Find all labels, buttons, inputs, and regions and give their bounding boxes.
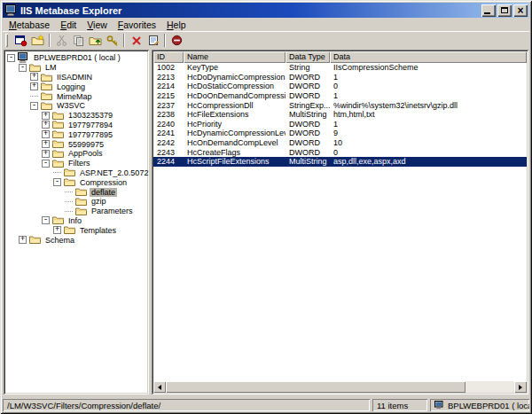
tree-expand-icon[interactable]: + [30,82,38,90]
toolbar-grip[interactable] [5,34,8,47]
tree-item-logging[interactable]: +Logging [7,82,147,91]
tree-collapse-icon[interactable]: - [42,216,50,224]
tree-item-1977977895[interactable]: +1977977895 [7,129,147,139]
tree-item-bplwebprd01-local[interactable]: -BPLWEBPRD01 ( local ) [7,53,147,63]
folder-icon [41,101,52,111]
properties-button[interactable] [145,33,161,48]
scroll-track[interactable] [166,381,514,393]
tree-line [65,201,73,202]
list-row-1002[interactable]: 1002KeyTypeStringIIsCompressionScheme [153,63,527,73]
tree-line [53,172,61,173]
tree-item-1977977894[interactable]: +1977977894 [7,121,147,130]
tree-line [65,191,73,192]
list-row-2244[interactable]: 2244HcScriptFileExtensionsMultiStringasp… [153,157,527,167]
tree-expand-icon[interactable]: + [42,112,50,120]
column-header-id[interactable]: ID [153,51,184,63]
column-header-name[interactable]: Name [184,51,286,63]
tree-collapse-icon[interactable]: - [42,160,50,168]
list-row-2243[interactable]: 2243HcCreateFlagsDWORD0 [153,147,527,157]
new-record-button[interactable] [12,33,29,48]
list-row-2213[interactable]: 2213HcDoDynamicCompressionDWORD1 [153,73,527,82]
tree-item-iisadmin[interactable]: +IISADMIN [7,73,147,82]
tree-expand-icon[interactable]: + [42,150,50,158]
folder-icon [41,91,52,101]
menu-help[interactable]: Help [161,20,192,31]
tree-item-label: LM [43,63,59,72]
list-row-2238[interactable]: 2238HcFileExtensionsMultiStringhtm,html,… [153,110,527,120]
tree-item-gzip[interactable]: gzip [7,197,147,207]
new-key-button[interactable] [29,33,46,48]
up-one-level-button[interactable] [87,33,104,48]
tree-item-templates[interactable]: +Templates [7,225,147,235]
stop-button[interactable] [168,33,185,48]
computer-icon [18,52,29,63]
tree-line [30,96,38,97]
menu-metabase[interactable]: Metabase [4,20,55,31]
tree-item-55999975[interactable]: +55999975 [7,139,147,149]
list-row-2241[interactable]: 2241HcDynamicCompressionLevelDWORD9 [153,129,527,138]
tree-collapse-icon[interactable]: - [7,54,15,62]
tree-item-label: W3SVC [55,101,87,110]
tree-item-deflate[interactable]: deflate [7,187,147,197]
close-button[interactable] [513,4,528,17]
delete-icon [131,35,142,46]
folder-icon [75,187,87,197]
tree-item-1303235379[interactable]: +1303235379 [7,111,147,121]
tree-expand-icon[interactable]: + [42,121,50,129]
cell-data-type: MultiString [286,157,330,166]
tree-collapse-icon[interactable]: - [30,102,38,110]
tree-item-lm[interactable]: -LM [7,63,147,73]
toolbar-buttons [12,33,185,48]
tree-item-asp-net-2-0-50727-0[interactable]: ASP.NET_2.0.50727.0 [7,168,147,178]
tree-expand-icon[interactable]: + [30,73,38,81]
scroll-thumb[interactable] [166,381,466,393]
tree-item-compression[interactable]: -Compression [7,177,147,187]
tree-item-w3svc[interactable]: -W3SVC [7,101,147,111]
cell-id: 1002 [153,63,184,72]
column-header-data[interactable]: Data [330,51,527,63]
cell-id: 2243 [153,148,184,157]
tree-item-label: Info [66,216,83,225]
tree-expand-icon[interactable]: + [53,226,61,234]
folder-icon [41,82,52,91]
list-row-2215[interactable]: 2215HcDoOnDemandCompressionDWORD1 [153,91,527,101]
tree-expand-icon[interactable]: + [19,236,27,244]
scroll-left-button[interactable] [153,381,166,393]
tree-item-apppools[interactable]: +AppPools [7,149,147,159]
cell-id: 2244 [153,157,184,166]
copy-button [70,33,87,48]
list-row-2240[interactable]: 2240HcPriorityDWORD1 [153,120,527,129]
cut-icon [56,35,67,46]
tree-expand-icon[interactable]: + [42,140,50,148]
list-row-2214[interactable]: 2214HcDoStaticCompressionDWORD0 [153,82,527,91]
tree-collapse-icon[interactable]: - [53,178,61,186]
folder-icon [64,225,75,235]
maximize-button[interactable] [497,4,512,17]
tree-item-parameters[interactable]: Parameters [7,207,147,216]
scroll-right-button[interactable] [514,381,527,393]
tree-item-label: MimeMap [55,92,94,101]
menu-favorites[interactable]: Favorites [113,20,161,31]
cell-name: HcDoStaticCompression [184,82,286,90]
tree-item-schema[interactable]: +Schema [7,235,147,245]
cell-name: HcFileExtensions [184,110,286,119]
add-data-button[interactable] [104,33,121,48]
minimize-button[interactable] [481,4,496,17]
horizontal-scrollbar[interactable] [153,381,527,393]
column-header-data-type[interactable]: Data Type [286,51,330,63]
tree-collapse-icon[interactable]: - [19,64,27,72]
tree-expand-icon[interactable]: + [42,130,50,138]
tree-item-info[interactable]: -Info [7,216,147,226]
tree-item-filters[interactable]: -Filters [7,159,147,168]
list-row-2242[interactable]: 2242HcOnDemandCompLevelDWORD10 [153,138,527,148]
list-row-2237[interactable]: 2237HcCompressionDllStringExp...%windir%… [153,100,527,110]
menu-view[interactable]: View [82,20,113,31]
cell-name: HcScriptFileExtensions [184,157,286,166]
menu-edit[interactable]: Edit [55,20,82,31]
delete-button[interactable] [128,33,145,48]
cell-name: HcPriority [184,120,286,129]
cell-data-type: DWORD [286,82,330,90]
cell-name: HcOnDemandCompLevel [184,138,286,147]
titlebar[interactable]: IIS Metabase Explorer [3,3,529,18]
tree-item-mimemap[interactable]: MimeMap [7,91,147,101]
